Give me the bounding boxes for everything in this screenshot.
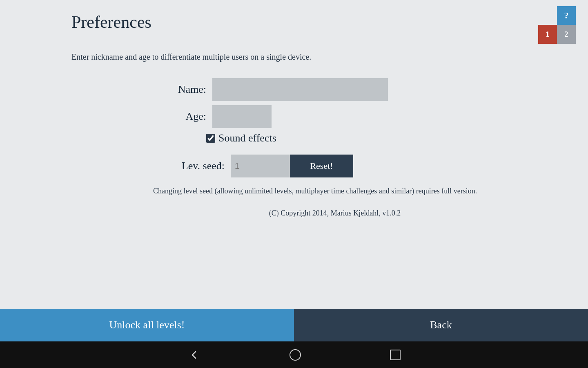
unlock-all-levels-button[interactable]: Unlock all levels! xyxy=(0,309,294,341)
copyright-text: (C) Copyright 2014, Marius Kjeldahl, v1.… xyxy=(153,209,517,218)
description-text: Enter nickname and age to differentiate … xyxy=(71,52,517,62)
main-content: ? 1 2 Preferences Enter nickname and age… xyxy=(0,0,588,309)
android-home-button[interactable] xyxy=(290,349,301,361)
user-buttons: 1 2 xyxy=(538,25,576,44)
android-back-button[interactable] xyxy=(187,348,200,361)
user-2-button[interactable]: 2 xyxy=(557,25,576,44)
name-label: Name: xyxy=(153,83,206,96)
seed-description: Changing level seed (allowing unlimited … xyxy=(153,186,517,197)
bottom-buttons: Unlock all levels! Back xyxy=(0,309,588,341)
seed-row: Lev. seed: Reset! xyxy=(153,155,517,177)
back-button[interactable]: Back xyxy=(294,309,588,341)
form-area: Name: Age: Sound effects Lev. seed: Rese… xyxy=(153,78,517,218)
sound-effects-checkbox[interactable] xyxy=(206,134,215,143)
top-right-buttons: ? 1 2 xyxy=(538,6,576,44)
name-row: Name: xyxy=(153,78,517,101)
android-nav-bar xyxy=(0,341,588,368)
user-1-button[interactable]: 1 xyxy=(538,25,557,44)
reset-button[interactable]: Reset! xyxy=(290,155,353,177)
age-input[interactable] xyxy=(212,105,272,128)
age-label: Age: xyxy=(153,110,206,123)
page-title: Preferences xyxy=(71,12,517,32)
sound-effects-row: Sound effects xyxy=(206,132,517,144)
help-button[interactable]: ? xyxy=(557,6,576,25)
age-row: Age: xyxy=(153,105,517,128)
sound-effects-label: Sound effects xyxy=(218,132,276,144)
name-input[interactable] xyxy=(212,78,388,101)
seed-input[interactable] xyxy=(231,155,290,177)
android-recent-button[interactable] xyxy=(390,350,401,360)
seed-label: Lev. seed: xyxy=(153,160,225,172)
